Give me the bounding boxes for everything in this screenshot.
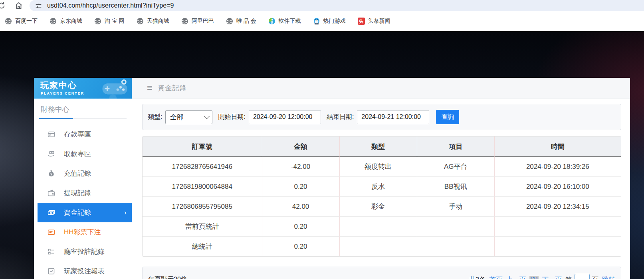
column-header-order: 訂單號 [143,137,262,157]
screen: usdt04.com/hhcp/usercenter.html?iniType=… [0,0,644,279]
jump-label-after: 页 [592,275,599,279]
table-cell: 42.00 [262,197,340,217]
start-date-input[interactable] [249,110,321,124]
cash-notes-icon [47,208,55,217]
table-cell [495,237,621,256]
table-row: 1726828765641946 -42.00 额度转出 AG平台 2024-0… [143,157,621,177]
column-header-time: 時間 [495,137,621,157]
table-cell: 0.20 [262,217,340,237]
total-count: 共3条 [469,275,485,279]
table-cell: 2024-09-20 16:10:00 [495,177,621,197]
table-cell: 1726819800064884 [143,177,262,197]
end-date-input[interactable] [357,110,429,124]
table-cell: BB视讯 [417,177,495,197]
globe-icon [137,18,144,25]
type-select[interactable]: 全部 [165,110,212,124]
type-label: 類型: [148,113,162,121]
bookmark-taobao[interactable]: 淘 宝 网 [94,18,125,25]
lottery-ticket-icon [47,228,55,236]
sidebar-item-funds-record[interactable]: 資金記錄 › [38,203,132,222]
filter-bar: 類型: 全部 開始日期: 結束日期: 查詢 [142,104,621,130]
table-cell [340,237,417,256]
chevron-down-icon [204,113,210,119]
table-row-grand-total: 總統計 0.20 [143,237,621,256]
sidebar-item-player-report[interactable]: 玩家投注報表 [34,261,132,279]
table-cell [417,217,495,237]
sidebar-item-label: 取款專區 [64,149,91,158]
sidebar-item-withdraw-record[interactable]: 提現記錄 [34,183,132,203]
table-cell: 2024-09-20 18:39:26 [495,157,621,177]
list-icon [47,247,55,256]
chevron-right-icon: › [124,209,127,217]
jump-button[interactable]: 跳转 [602,275,615,279]
first-page-link[interactable]: 首页 [489,275,503,279]
sidebar-banner: 玩家中心 PLAYERS CENTER [34,78,132,99]
reload-icon[interactable] [0,1,6,10]
column-header-type: 類型 [340,137,417,157]
sidebar-item-hh-lottery[interactable]: HH彩票下注 [34,222,132,242]
table-cell: 1726828765641946 [143,157,262,177]
sidebar-item-label: 廳室投註記錄 [64,247,105,256]
home-icon[interactable] [14,1,23,10]
globe-icon [226,18,233,25]
table-cell: -42.00 [262,157,340,177]
pagination-controls: 共3条 首页 上一页 [1] 下一页 第 页 跳转 [465,274,615,279]
deposit-icon [47,130,55,139]
withdraw-hand-icon [47,150,55,158]
table-row: 1726806855795085 42.00 彩金 手动 2024-09-20 … [143,197,621,217]
table-cell: 2024-09-20 12:34:15 [495,197,621,217]
section-finance-center: 財務中心 [41,105,132,114]
funds-record-table: 訂單號 金額 類型 項目 時間 1726828765641946 -42.00 … [142,136,621,257]
sidebar-item-deposit[interactable]: 存款專區 [34,125,132,144]
sidebar-item-hall-bet-record[interactable]: 廳室投註記錄 [34,242,132,261]
sidebar-item-recharge-record[interactable]: 充值記錄 [34,164,132,183]
query-button[interactable]: 查詢 [436,110,459,124]
current-page[interactable]: [1] [529,276,538,279]
software-download-icon [268,18,275,25]
sidebar-item-label: 提現記錄 [64,188,91,198]
jump-page-input[interactable] [575,274,590,279]
table-cell: 反水 [340,177,417,197]
money-bag-icon [47,169,55,178]
sidebar-item-label: 資金記錄 [64,208,91,217]
table-cell: 當前頁統計 [143,217,262,237]
start-date-label: 開始日期: [218,113,245,121]
globe-icon [181,18,188,25]
sidebar: 玩家中心 PLAYERS CENTER 財務中心 [34,78,132,279]
table-cell: 手动 [417,197,495,217]
column-header-amount: 金額 [262,137,340,157]
sidebar-item-label: 存款專區 [64,130,91,139]
report-chart-icon [47,267,55,275]
table-cell [495,217,621,237]
gamepad-icon [97,79,130,99]
bookmark-jd[interactable]: 京东商城 [50,18,82,25]
next-page-link[interactable]: 下一页 [542,275,562,279]
sidebar-item-label: HH彩票下注 [64,228,101,237]
sidebar-item-withdraw[interactable]: 取款專區 [34,144,132,164]
wallet-icon [47,189,55,197]
url-bar[interactable]: usdt04.com/hhcp/usercenter.html?iniType=… [30,0,644,11]
bookmark-tmall[interactable]: 天猫商城 [137,18,169,25]
page-size-text: 每頁顯示20條 [148,275,187,279]
bookmark-games[interactable]: 热门游戏 [313,18,346,25]
table-cell: 1726806855795085 [143,197,262,217]
bookmark-toutiao[interactable]: 头 头条新闻 [358,18,390,25]
bookmark-alibaba[interactable]: 阿里巴巴 [181,18,214,25]
bookmark-vip[interactable]: 唯 品 会 [226,18,256,25]
end-date-label: 結束日期: [327,113,354,121]
table-cell: 0.20 [262,237,340,256]
table-cell [340,217,417,237]
bookmark-baidu[interactable]: 百度一下 [5,18,38,25]
table-cell: 總統計 [143,237,262,256]
jump-label-before: 第 [565,275,572,279]
prev-page-link[interactable]: 上一页 [506,275,526,279]
table-row: 1726819800064884 0.20 反水 BB视讯 2024-09-20… [143,177,621,197]
hot-games-penguin-icon [313,18,320,25]
bookmarks-bar: 百度一下 京东商城 淘 宝 网 天猫商城 阿里巴巴 唯 品 会 软件下载 热门 [0,11,644,31]
sidebar-item-label: 充值記錄 [64,169,91,178]
page-title: 資金記錄 [158,83,186,93]
table-header-row: 訂單號 金額 類型 項目 時間 [143,137,621,157]
menu-icon[interactable]: ≡ [147,83,152,93]
bookmark-software[interactable]: 软件下载 [268,18,301,25]
site-settings-icon[interactable] [35,2,42,9]
